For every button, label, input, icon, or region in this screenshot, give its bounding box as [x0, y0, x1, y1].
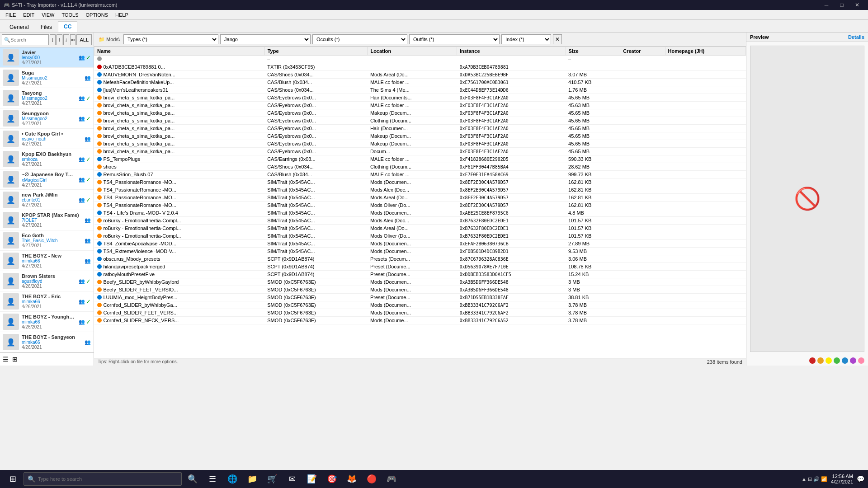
tab-general[interactable]: General — [4, 22, 35, 32]
taskbar-icon-firefox[interactable]: 🦊 — [343, 470, 361, 488]
taskbar-icon-explorer[interactable]: 📁 — [243, 470, 261, 488]
taskbar-notification[interactable]: 💬 — [857, 475, 864, 483]
taskbar-search-input[interactable] — [38, 476, 178, 482]
char-item-theboys-new[interactable]: 👤 THE BOYZ - New mimka66 4/27/2021 👥 — [0, 251, 94, 271]
close-button[interactable]: ✕ — [850, 0, 864, 10]
col-creator[interactable]: Creator — [620, 47, 665, 56]
char-item-kpopstar[interactable]: 👤 KPOP STAR (Max Fame) 7IOLET 4/27/2021 … — [0, 210, 94, 230]
minimize-button[interactable]: ─ — [819, 0, 834, 10]
taskbar-icon-chrome[interactable]: 🔴 — [363, 470, 381, 488]
col-type[interactable]: Type — [264, 47, 368, 56]
taskbar-icon-notepad[interactable]: 📝 — [303, 470, 321, 488]
sort-button[interactable]: ↕ — [50, 34, 56, 45]
table-row[interactable]: TS4_ExtremeViolence -MOD-V... SIM/Trait … — [94, 248, 746, 255]
grid-view-button[interactable]: ⊞ — [11, 355, 19, 364]
filter-close-button[interactable]: ✕ — [553, 34, 562, 44]
table-row[interactable]: PS_TempoPlugs CAS/Earrings (0x03... MALE… — [94, 155, 746, 163]
color-dot-purple[interactable] — [850, 357, 856, 364]
taskbar-icon-mail[interactable]: ✉ — [283, 470, 301, 488]
menu-options[interactable]: OPTIONS — [82, 11, 112, 19]
table-row[interactable]: roBurky - EmotionalInertia-Compl... SIM/… — [94, 232, 746, 240]
table-row[interactable]: obscurus_Mbody_presets SCPT (0x9D1AB874)… — [94, 255, 746, 263]
add-button[interactable]: ↑ — [57, 34, 62, 45]
char-item-suga[interactable]: 👤 Suga Missmagoo2 4/27/2021 👥 — [0, 68, 94, 88]
char-item-javier[interactable]: 👤 Javier lency000 4/27/2021 👥 ✓ — [0, 47, 94, 68]
col-location[interactable]: Location — [368, 47, 457, 56]
taskbar-icon-store[interactable]: 🛒 — [263, 470, 281, 488]
table-row[interactable]: Cornfed_SLIDER_byWhibbyGa... SMOD (0xC5F… — [94, 301, 746, 309]
table-row[interactable]: TS4_PassionateRomance -MO... SIM/Trait (… — [94, 202, 746, 209]
char-item-ecogoth[interactable]: 👤 Eco Goth This_Basic_Witch 4/27/2021 👥 — [0, 230, 94, 251]
char-item-taeyong[interactable]: 👤 Taeyong Missmagoo2 4/27/2021 👥 ✓ — [0, 88, 94, 108]
table-row[interactable]: Beefy_SLIDER_FEET_VERSIO... SMOD (0xC5F6… — [94, 286, 746, 294]
menu-view[interactable]: VIEW — [38, 11, 58, 19]
table-row[interactable]: brovi_cheta_s_sima_kotka_pa... CAS/Eyebr… — [94, 148, 746, 155]
table-row[interactable]: – – — [94, 56, 746, 63]
char-item-jimin[interactable]: 👤 new Park JiMin cbunte01 4/27/2021 👥 ✓ — [0, 190, 94, 210]
menu-tools[interactable]: TOOLS — [58, 11, 82, 19]
table-row[interactable]: brovi_cheta_s_sima_kotka_pa... CAS/Eyebr… — [94, 109, 746, 117]
link-button[interactable]: ∞ — [70, 34, 76, 45]
table-row[interactable]: brovi_cheta_s_sima_kotka_pa... CAS/Eyebr… — [94, 140, 746, 148]
all-button[interactable]: ALL — [76, 34, 92, 45]
table-row[interactable]: shoes CAS/Shoes (0x034... Clothing (Docu… — [94, 163, 746, 171]
menu-edit[interactable]: EDIT — [19, 11, 38, 19]
tab-cc[interactable]: CC — [58, 21, 77, 32]
taskbar-icon-game[interactable]: 🎮 — [382, 470, 401, 488]
menu-file[interactable]: FILE — [2, 11, 19, 19]
col-name[interactable]: Name — [94, 47, 265, 56]
filter-button[interactable]: ↓ — [63, 34, 69, 45]
menu-help[interactable]: HELP — [112, 11, 132, 19]
char-item-cutekpop[interactable]: 👤 • Cute Kpop Girl • nsayo_noah 4/27/202… — [0, 129, 94, 149]
maximize-button[interactable]: □ — [835, 0, 849, 10]
table-row[interactable]: brovi_cheta_s_sima_kotka_pa... CAS/Eyebr… — [94, 125, 746, 132]
table-row[interactable]: hilandjawpresetpackmerged SCPT (0x9D1AB8… — [94, 263, 746, 271]
char-item-seungyoon[interactable]: 👤 Seungyoon Missmagoo2 4/27/2021 👥 ✓ — [0, 108, 94, 129]
color-dot-blue[interactable] — [842, 357, 848, 364]
color-dot-red[interactable] — [809, 357, 816, 364]
search-box[interactable]: 🔍 — [2, 34, 49, 45]
taskbar-icon-edge[interactable]: 🌐 — [223, 470, 241, 488]
color-dot-orange[interactable] — [817, 357, 824, 364]
table-row[interactable]: NefeahFaceDefinitionMakeUp... CAS/Blush … — [94, 79, 746, 86]
taskbar-icon-search[interactable]: 🔍 — [184, 470, 202, 488]
table-row[interactable]: brovi_cheta_s_sima_kotka_pa... CAS/Eyebr… — [94, 94, 746, 102]
table-row[interactable]: Cornfed_SLIDER_FEET_VERS... SMOD (0xC5F6… — [94, 309, 746, 317]
char-item-japaneseboy[interactable]: 👤 ~∅ Japanese Boy Tourn... xMagicalGirl … — [0, 169, 94, 190]
table-row[interactable]: roBurky - EmotionalInertia-Compl... SIM/… — [94, 225, 746, 232]
color-dot-green[interactable] — [834, 357, 840, 364]
table-row[interactable]: roBurky - EmotionalInertia-Compl... SIM/… — [94, 217, 746, 225]
table-row[interactable]: brovi_cheta_s_sima_kotka_pa... CAS/Eyebr… — [94, 132, 746, 140]
taskbar-icon-app1[interactable]: 🎯 — [323, 470, 341, 488]
table-row[interactable]: TS4_PassionateRomance -MO... SIM/Trait (… — [94, 178, 746, 186]
table-row[interactable]: TS4 - Life's Drama -MOD- V 2.0.4 SIM/Tra… — [94, 209, 746, 217]
table-row[interactable]: brovi_cheta_s_sima_kotka_pa... CAS/Eyebr… — [94, 117, 746, 125]
table-row[interactable]: Beefy_SLIDER_byWhibbyGaylord SMOD (0xC5F… — [94, 278, 746, 286]
search-input[interactable] — [10, 37, 47, 42]
index-filter[interactable]: Index (*) — [501, 34, 551, 44]
taskbar-search-box[interactable]: 🔍 — [24, 472, 182, 486]
table-row[interactable]: LUUMIA_mod_HeightBodyPres... SMOD (0xC5F… — [94, 294, 746, 301]
table-row[interactable]: TS4_ZombieApocalypse -MOD... SIM/Trait (… — [94, 240, 746, 248]
table-row[interactable]: TS4_PassionateRomance -MO... SIM/Trait (… — [94, 194, 746, 202]
char-item-theboys-sangyeon[interactable]: 👤 THE BOYZ - Sangyeon mimka66 4/26/2021 … — [0, 332, 94, 352]
list-view-button[interactable]: ☰ — [2, 355, 9, 364]
details-link[interactable]: Details — [848, 34, 864, 40]
color-dot-yellow[interactable] — [826, 357, 832, 364]
tab-files[interactable]: Files — [35, 22, 58, 32]
char-item-baekhyun[interactable]: 👤 Kpop EXO Baekhyun emkoza 4/27/2021 👥 ✓ — [0, 149, 94, 169]
char-item-theboys-eric[interactable]: 👤 THE BOYZ - Eric mimka66 4/26/2021 👥 ✓ — [0, 291, 94, 312]
table-row[interactable]: 0xA7DB3CEB04789881 0... TXTIR (0x3453CF9… — [94, 63, 746, 71]
table-row[interactable]: RemusSrion_Blush-07 CAS/Blush (0x034... … — [94, 171, 746, 178]
col-instance[interactable]: Instance — [457, 47, 566, 56]
table-row[interactable]: ratboyMouthPresetFive SCPT (0x9D1AB874) … — [94, 271, 746, 278]
table-row[interactable]: Cornfed_SLIDER_NECK_VERS... SMOD (0xC5F6… — [94, 317, 746, 324]
table-row[interactable]: [ius]Men'sLeathersneakers01 CAS/Shoes (0… — [94, 86, 746, 94]
table-row[interactable]: MAUVEMORN_DresVanNoten... CAS/Shoes (0x0… — [94, 71, 746, 79]
types-filter[interactable]: Types (*) — [123, 34, 218, 44]
outfits-filter[interactable]: Outfits (*) — [409, 34, 500, 44]
color-dot-pink[interactable] — [858, 357, 864, 364]
taskbar-icon-taskview[interactable]: ☰ — [203, 470, 222, 488]
table-row[interactable]: TS4_PassionateRomance -MO... SIM/Trait (… — [94, 186, 746, 194]
col-size[interactable]: Size — [566, 47, 620, 56]
